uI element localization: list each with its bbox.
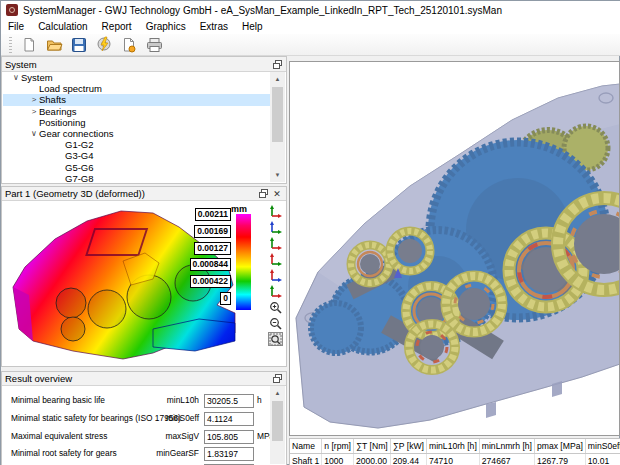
- tree-item-shafts[interactable]: >Shafts: [3, 94, 270, 105]
- part1-panel-header: Part 1 (Geometry 3D (deformed)) ✕: [2, 187, 286, 201]
- float-panel-icon[interactable]: [271, 59, 283, 70]
- axis-view-yz-icon[interactable]: [268, 204, 283, 218]
- system-panel-title: System: [5, 59, 269, 70]
- main-toolbar: [1, 34, 620, 56]
- tree-item-load-spectrum[interactable]: Load spectrum: [3, 83, 270, 94]
- result-overview-header: Result overview: [2, 372, 286, 386]
- menu-bar: File Calculation Report Graphics Extras …: [1, 19, 620, 34]
- col-n-rpm[interactable]: n [rpm]: [322, 439, 354, 454]
- save-icon[interactable]: [68, 34, 90, 55]
- title-bar: SystemManager - GWJ Technology GmbH - eA…: [1, 1, 620, 19]
- axis-view-zx-icon[interactable]: [268, 236, 283, 250]
- result-overview-panel: Result overview Minimal bearing basic li…: [1, 371, 287, 465]
- result-row: Maximal equivalent stress maxSigV 105.80…: [3, 430, 270, 445]
- table-row-shaft1[interactable]: Shaft 1 1000 2000.00 209.44 74710 274667…: [290, 454, 620, 465]
- app-window: SystemManager - GWJ Technology GmbH - eA…: [0, 0, 620, 465]
- gearbox-3d-view[interactable]: [289, 61, 620, 436]
- result-scrollbar[interactable]: ▲: [270, 386, 285, 464]
- scroll-thumb[interactable]: [272, 87, 283, 142]
- scroll-thumb[interactable]: [272, 401, 283, 441]
- window-title: SystemManager - GWJ Technology GmbH - eA…: [23, 5, 502, 16]
- axis-view-yx-icon[interactable]: [268, 268, 283, 282]
- legend-value: 0: [220, 292, 231, 305]
- float-panel-icon[interactable]: [271, 373, 283, 384]
- system-panel: System ∨System Load spectrum >Shafts >Be…: [1, 56, 287, 184]
- menu-extras[interactable]: Extras: [193, 19, 235, 34]
- app-logo-icon: [6, 4, 18, 16]
- tree-item-positioning[interactable]: Positioning: [3, 117, 270, 128]
- result-row: Minimal root safety for gears minGearSF …: [3, 447, 270, 462]
- result-rows: Minimal bearing basic life minL10h 30205…: [3, 386, 270, 465]
- tree-item-system[interactable]: ∨System: [3, 72, 270, 83]
- report-document-icon[interactable]: [118, 34, 140, 55]
- zoom-window-icon[interactable]: [268, 332, 283, 346]
- tree-item-gear-connections[interactable]: ∨Gear connections: [3, 128, 270, 139]
- legend-value: 0.00169: [194, 225, 231, 238]
- view-toolbar: [267, 204, 284, 346]
- tree-item-bearings[interactable]: >Bearings: [3, 106, 270, 117]
- result-row: Minimal bearing basic life minL10h 30205…: [3, 394, 270, 409]
- col-torque[interactable]: ∑T [Nm]: [353, 439, 390, 454]
- table-header-row: Name n [rpm] ∑T [Nm] ∑P [kW] minL10rh [h…: [290, 439, 620, 454]
- color-scale-bar: [236, 214, 251, 310]
- result-value-field[interactable]: 30205.5: [204, 394, 254, 408]
- tree-item-g3-g4[interactable]: G3-G4: [3, 150, 270, 161]
- tree-item-g7-g8[interactable]: G7-G8: [3, 173, 270, 182]
- result-value-field[interactable]: 1.83197: [204, 447, 254, 461]
- toolbar-grip[interactable]: [9, 37, 12, 53]
- menu-file[interactable]: File: [1, 19, 31, 34]
- tree-item-g5-g6[interactable]: G5-G6: [3, 162, 270, 173]
- axis-view-xy-icon[interactable]: [268, 284, 283, 298]
- expander-icon[interactable]: >: [29, 94, 39, 105]
- scroll-up-icon[interactable]: ▲: [270, 386, 285, 400]
- expander-icon[interactable]: >: [29, 106, 39, 117]
- zoom-in-icon[interactable]: [268, 300, 283, 314]
- tree-scrollbar[interactable]: ▲ ▼: [270, 72, 285, 182]
- menu-graphics[interactable]: Graphics: [139, 19, 193, 34]
- close-panel-icon[interactable]: ✕: [271, 188, 283, 199]
- float-panel-icon[interactable]: [257, 188, 269, 199]
- gearbox-3d-render: [290, 62, 620, 435]
- scroll-down-icon[interactable]: ▼: [270, 168, 285, 182]
- legend-value: 0.00127: [194, 242, 231, 255]
- scroll-up-icon[interactable]: ▲: [270, 72, 285, 86]
- part1-panel-title: Part 1 (Geometry 3D (deformed)): [5, 188, 255, 199]
- shaft-results-table[interactable]: Name n [rpm] ∑T [Nm] ∑P [kW] minL10rh [h…: [289, 438, 620, 465]
- zoom-out-icon[interactable]: [268, 316, 283, 330]
- menu-report[interactable]: Report: [95, 19, 139, 34]
- tree-item-g1-g2[interactable]: G1-G2: [3, 139, 270, 150]
- col-power[interactable]: ∑P [kW]: [390, 439, 426, 454]
- col-minLnmrh[interactable]: minLnmrh [h]: [479, 439, 534, 454]
- axis-view-xz-icon[interactable]: [268, 252, 283, 266]
- axis-view-zy-icon[interactable]: [268, 220, 283, 234]
- print-icon[interactable]: [143, 34, 165, 55]
- system-tree: ∨System Load spectrum >Shafts >Bearings …: [3, 72, 270, 182]
- result-value-field[interactable]: 105.805: [204, 430, 254, 444]
- menu-help[interactable]: Help: [235, 19, 270, 34]
- new-document-icon[interactable]: [18, 34, 40, 55]
- system-panel-header: System: [2, 57, 286, 72]
- legend-value: 0.000422: [190, 275, 231, 288]
- expander-icon[interactable]: ∨: [29, 128, 39, 139]
- open-folder-icon[interactable]: [43, 34, 65, 55]
- expander-icon[interactable]: ∨: [11, 72, 21, 83]
- col-minL10rh[interactable]: minL10rh [h]: [427, 439, 480, 454]
- calculate-lightning-icon[interactable]: [93, 34, 115, 55]
- result-value-field[interactable]: 4.1124: [204, 412, 254, 426]
- legend-unit: mm: [231, 204, 247, 214]
- col-pmax[interactable]: pmax [MPa]: [534, 439, 585, 454]
- result-overview-title: Result overview: [5, 373, 269, 384]
- result-row: Minimal static safety for bearings (ISO …: [3, 412, 270, 427]
- part1-panel: Part 1 (Geometry 3D (deformed)) ✕: [1, 186, 287, 367]
- legend-value: 0.00211: [195, 208, 231, 221]
- col-minS0eff[interactable]: minS0eff: [585, 439, 620, 454]
- legend-value: 0.000844: [190, 258, 231, 271]
- col-name[interactable]: Name: [290, 439, 322, 454]
- menu-calculation[interactable]: Calculation: [31, 19, 94, 34]
